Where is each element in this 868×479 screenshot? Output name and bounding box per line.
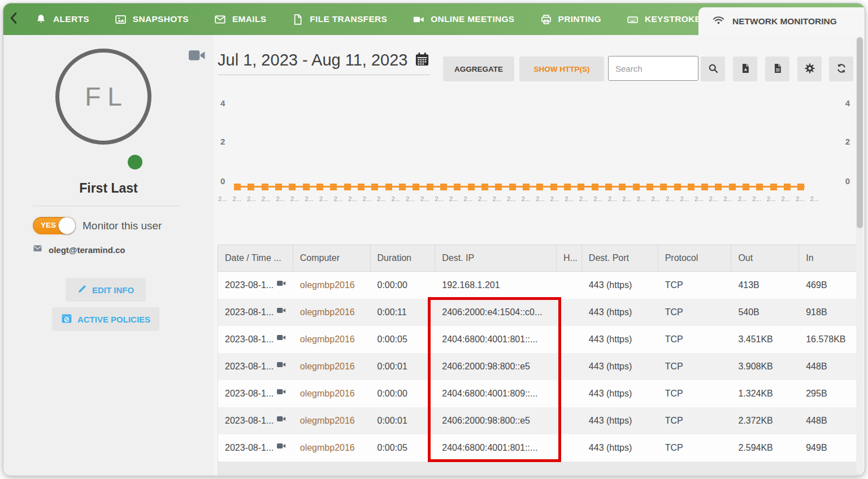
export-csv-button[interactable] [765, 56, 789, 81]
x-tick-label: 2... [810, 195, 819, 202]
toggle-state-label: YES [41, 221, 56, 229]
active-policies-button[interactable]: ACTIVE POLICIES [52, 307, 159, 331]
data-point-marker [427, 184, 433, 190]
table-row[interactable]: 2023-08-1...olegmbp20160:00:052404:6800:… [218, 434, 858, 461]
column-header-out[interactable]: Out [731, 245, 799, 271]
cell-in: 918B [799, 299, 858, 326]
date-range-picker[interactable]: Jul 1, 2023 - Aug 11, 2023 [218, 51, 430, 75]
policy-block-icon [61, 313, 72, 326]
x-tick-label: 2... [796, 195, 805, 202]
tab-printing[interactable]: PRINTING [540, 14, 601, 25]
x-tick-label: 2... [752, 195, 761, 202]
edit-info-button[interactable]: EDIT INFO [66, 278, 146, 302]
search-input[interactable] [608, 56, 698, 81]
file-pdf-icon [740, 63, 751, 76]
cell-dest-port: 443 (https) [582, 272, 658, 299]
cell-date-time: 2023-08-1... [218, 326, 293, 353]
table-row[interactable]: 2023-08-1...olegmbp20160:00:00192.168.1.… [218, 272, 858, 299]
data-point-marker [399, 184, 406, 190]
keyboard-icon [627, 14, 639, 25]
edit-info-label: EDIT INFO [92, 285, 134, 295]
data-point-marker [592, 184, 598, 190]
x-tick-label: 2... [738, 195, 747, 202]
table-row[interactable]: 2023-08-1...olegmbp20160:00:002404:6800:… [218, 380, 858, 407]
data-point-marker [536, 184, 543, 190]
y-tick-right: 2 [845, 137, 850, 146]
x-tick-label: 2... [305, 195, 314, 202]
column-header-dest-ip[interactable]: Dest. IP [435, 245, 557, 271]
table-row[interactable]: 2023-08-1...olegmbp20160:00:012406:2000:… [218, 407, 858, 434]
cell-dest-ip: 2404:6800:4001:801::... [435, 434, 557, 461]
refresh-icon [836, 63, 847, 76]
table-row[interactable]: 2023-08-1...olegmbp20160:00:012406:2000:… [218, 353, 858, 380]
data-point-marker [550, 184, 557, 190]
export-pdf-button[interactable] [733, 56, 757, 81]
aggregate-button[interactable]: AGGREGATE [443, 56, 514, 81]
tab-alerts[interactable]: ALERTS [35, 14, 89, 25]
scrollbar-thumb[interactable] [857, 37, 863, 228]
cell-computer[interactable]: olegmbp2016 [293, 299, 371, 326]
data-point-marker [646, 184, 653, 190]
table-footer-strip [218, 461, 859, 475]
refresh-button[interactable] [829, 56, 853, 81]
x-tick-label: 2... [449, 195, 458, 202]
monitor-toggle[interactable]: YES [33, 217, 76, 234]
data-point-marker [413, 184, 419, 190]
x-tick-label: 2... [666, 195, 675, 202]
cell-dest-port: 443 (https) [582, 326, 658, 353]
cell-host [557, 353, 582, 380]
tab-online-meetings[interactable]: ONLINE MEETINGS [413, 14, 514, 25]
cell-dest-port: 443 (https) [582, 353, 658, 380]
table-row[interactable]: 2023-08-1...olegmbp20160:00:112406:2000:… [218, 299, 858, 326]
monitor-toggle-row: YES Monitor this user [33, 217, 162, 234]
cell-duration: 0:00:00 [371, 272, 436, 299]
x-tick-label: 2... [392, 195, 401, 202]
pencil-icon [77, 284, 87, 295]
tab-label: SNAPSHOTS [133, 14, 189, 24]
column-header-h[interactable]: H... [557, 245, 582, 271]
cell-computer[interactable]: olegmbp2016 [293, 272, 371, 299]
cell-computer[interactable]: olegmbp2016 [293, 380, 371, 407]
y-tick-left: 4 [220, 98, 225, 108]
column-header-protocol[interactable]: Protocol [658, 245, 732, 271]
cell-protocol: TCP [658, 407, 732, 434]
cell-computer[interactable]: olegmbp2016 [293, 434, 371, 461]
column-header-dest-port[interactable]: Dest. Port [582, 245, 658, 271]
table-row[interactable]: 2023-08-1...olegmbp20160:00:052404:6800:… [218, 326, 858, 353]
x-tick-label: 2... [767, 195, 776, 202]
cell-computer[interactable]: olegmbp2016 [293, 407, 371, 434]
cell-out: 3.451KB [731, 326, 799, 353]
toggle-knob[interactable] [58, 217, 76, 234]
column-header-date-time[interactable]: Date / Time ... [218, 245, 293, 271]
settings-button[interactable] [797, 56, 822, 81]
cell-out: 3.908KB [731, 353, 799, 380]
x-tick-label: 2... [319, 195, 328, 202]
show-https-button[interactable]: SHOW HTTP(S) [519, 56, 604, 81]
back-chevron-icon[interactable] [8, 12, 23, 27]
search-button[interactable] [701, 56, 725, 81]
cell-protocol: TCP [658, 326, 732, 353]
tab-label: KEYSTROKES [645, 14, 707, 24]
cell-computer[interactable]: olegmbp2016 [293, 326, 371, 353]
image-icon [115, 14, 127, 25]
cell-dest-ip: 2406:2000:98:800::e5 [435, 407, 557, 434]
tab-file-transfers[interactable]: FILE TRANSFERS [292, 14, 387, 25]
data-point-marker [289, 184, 296, 190]
cell-computer[interactable]: olegmbp2016 [293, 353, 371, 380]
avatar-initials: FL [78, 81, 129, 112]
column-header-duration[interactable]: Duration [371, 245, 436, 271]
x-tick-label: 2... [333, 195, 342, 202]
tab-emails[interactable]: EMAILS [214, 14, 266, 25]
data-point-marker [756, 184, 763, 190]
network-connections-table: Date / Time ...ComputerDurationDest. IPH… [218, 245, 859, 475]
column-header-computer[interactable]: Computer [293, 245, 371, 271]
tab-snapshots[interactable]: SNAPSHOTS [115, 14, 189, 25]
x-tick-label: 2... [276, 195, 285, 202]
tab-network-monitoring[interactable]: NETWORK MONITORING [698, 7, 865, 35]
tab-keystrokes[interactable]: KEYSTROKES [627, 14, 707, 25]
data-point-marker [316, 184, 323, 190]
avatar: FL [55, 49, 151, 145]
cell-host [557, 407, 582, 434]
vertical-scrollbar[interactable] [856, 36, 863, 473]
column-header-in[interactable]: In [799, 245, 858, 271]
